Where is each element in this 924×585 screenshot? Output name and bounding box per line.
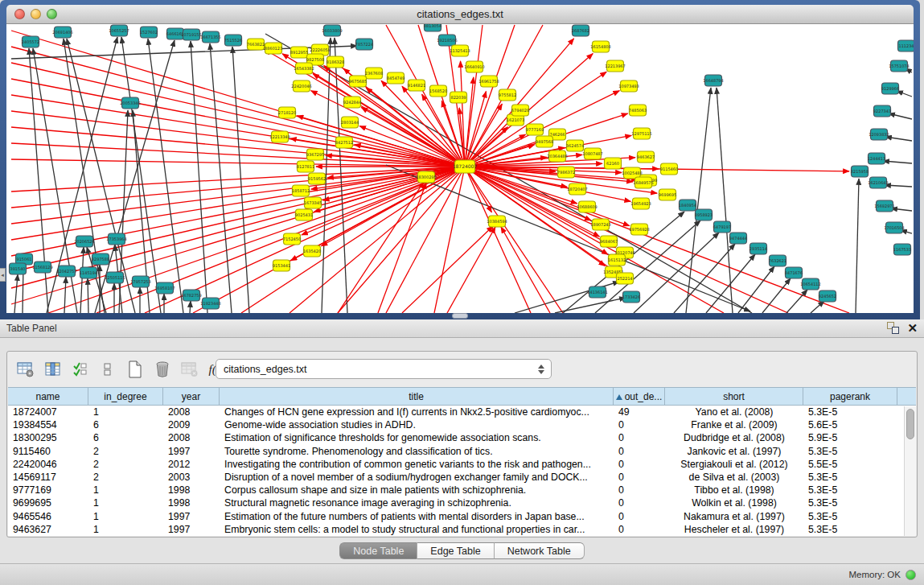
network-node[interactable]: 9755812: [499, 89, 516, 101]
table-row[interactable]: 1938455462009Genome-wide association stu…: [8, 418, 916, 431]
float-panel-icon[interactable]: [887, 322, 899, 334]
network-node[interactable]: 16033809: [322, 25, 342, 36]
network-node[interactable]: 62160: [605, 158, 622, 169]
network-node[interactable]: 10719155: [181, 29, 201, 40]
network-node[interactable]: 9699695: [659, 189, 676, 200]
network-node[interactable]: 12042757: [56, 266, 76, 277]
network-node[interactable]: 9227343: [873, 105, 891, 117]
network-node[interactable]: 8471676: [785, 267, 803, 278]
network-node[interactable]: 8454749: [387, 72, 405, 84]
network-node[interactable]: 7663822: [247, 39, 265, 50]
network-node[interactable]: 2405572: [22, 36, 39, 47]
network-node[interactable]: 20053346: [120, 97, 140, 109]
network-node[interactable]: 8427512: [335, 137, 353, 148]
network-node[interactable]: 9115460: [660, 163, 678, 175]
network-node[interactable]: 8186328: [326, 56, 344, 68]
network-node[interactable]: 16210643: [868, 177, 888, 188]
network-node[interactable]: 2687682: [572, 25, 589, 36]
network-node[interactable]: 12975115: [631, 128, 651, 139]
network-node[interactable]: 9153441: [273, 260, 290, 271]
network-node[interactable]: 7515526: [224, 35, 242, 46]
column-header-title[interactable]: title: [220, 388, 614, 405]
network-node[interactable]: 10384594: [487, 216, 507, 227]
network-node[interactable]: 16154808: [590, 41, 610, 52]
network-node[interactable]: 19756928: [629, 224, 649, 235]
network-node[interactable]: 1568520: [429, 85, 447, 97]
column-header-in-degree[interactable]: in_degree: [88, 388, 163, 405]
network-node[interactable]: 12505115: [105, 272, 125, 283]
network-node[interactable]: 8958923: [695, 209, 713, 220]
table-row[interactable]: 1872400712008Changes of HCN gene express…: [8, 406, 916, 418]
sidebar-collapse-handle[interactable]: ◂: [0, 268, 6, 282]
network-node[interactable]: 11923448: [200, 298, 220, 309]
table-source-select[interactable]: citations_edges.txt: [216, 359, 552, 379]
network-node[interactable]: 8860123: [265, 43, 282, 54]
select-rows-button[interactable]: [68, 357, 92, 381]
network-node[interactable]: 2803144: [341, 117, 359, 128]
tab-network-table[interactable]: Network Table: [495, 542, 585, 559]
network-node[interactable]: 1145194: [80, 267, 97, 278]
network-node[interactable]: 7152450: [283, 233, 301, 245]
network-node[interactable]: 19218506: [437, 35, 457, 46]
network-node[interactable]: 111234: [898, 40, 914, 51]
network-node[interactable]: 20364486: [547, 150, 567, 162]
network-node[interactable]: 2367608: [365, 68, 383, 79]
network-node[interactable]: 9684067: [600, 236, 618, 247]
table-row[interactable]: 977716911998Corpus callosum shape and si…: [8, 484, 916, 496]
network-node[interactable]: 9463627: [637, 151, 655, 163]
network-node[interactable]: 1673345: [304, 197, 322, 208]
network-node[interactable]: 9242844: [343, 97, 361, 108]
network-node[interactable]: 11568129: [32, 262, 52, 273]
network-node[interactable]: 1167533: [893, 244, 911, 255]
network-node[interactable]: 6479197: [713, 221, 731, 233]
table-row[interactable]: 946554611997Estimation of the future num…: [8, 510, 916, 523]
column-header-pagerank[interactable]: pagerank: [803, 388, 897, 405]
network-node[interactable]: 16849575: [633, 177, 653, 188]
network-node[interactable]: 822039: [450, 92, 467, 103]
column-header-short[interactable]: short: [665, 388, 803, 405]
network-node[interactable]: 1858712: [292, 185, 310, 196]
network-node[interactable]: 15692971: [874, 200, 894, 212]
network-node[interactable]: 2935114: [749, 243, 767, 254]
network-node[interactable]: 8215958: [851, 166, 869, 177]
network-node[interactable]: 6794028: [511, 105, 529, 116]
network-node[interactable]: 391540: [10, 263, 27, 274]
show-columns-button[interactable]: [41, 357, 65, 381]
table-scrollbar[interactable]: [904, 406, 916, 536]
network-node[interactable]: 1244413: [868, 153, 885, 164]
table-row[interactable]: 2242004622012Investigating the contribut…: [8, 458, 916, 471]
table-row[interactable]: 946362711997Embryonic stem cells: a mode…: [8, 523, 916, 536]
network-node[interactable]: 9025431: [295, 209, 313, 220]
tab-node-table[interactable]: Node Table: [339, 542, 417, 559]
network-node[interactable]: 8912955: [290, 47, 308, 58]
network-node[interactable]: 1615132: [608, 254, 626, 266]
delete-rows-button[interactable]: [150, 357, 175, 381]
network-node[interactable]: 10973493: [618, 80, 639, 92]
network-node[interactable]: 10654112: [800, 278, 820, 290]
close-panel-icon[interactable]: ✕: [907, 322, 918, 334]
network-node[interactable]: 3624574: [566, 140, 584, 151]
network-node[interactable]: 11325413: [450, 45, 470, 56]
network-node[interactable]: 19654923: [630, 198, 651, 209]
tab-edge-table[interactable]: Edge Table: [417, 542, 494, 559]
network-node[interactable]: 8127811: [297, 161, 314, 172]
network-node[interactable]: 9146821: [408, 80, 425, 91]
network-node[interactable]: 9474444: [729, 233, 747, 244]
network-canvas[interactable]: 2405572206914061065525715276026466162107…: [6, 24, 914, 313]
table-row[interactable]: 1456911722003Disruption of a novel membe…: [8, 471, 916, 484]
destroy-table-button[interactable]: [178, 357, 202, 381]
network-node[interactable]: 18724007: [453, 160, 478, 173]
network-node[interactable]: 10688609: [577, 201, 597, 212]
network-node[interactable]: 9777169: [526, 124, 544, 135]
network-node[interactable]: 17957253: [130, 276, 150, 287]
column-header-name[interactable]: name: [8, 388, 88, 405]
network-node[interactable]: 10655257: [109, 25, 129, 36]
network-node[interactable]: 12213349: [269, 131, 290, 142]
table-row[interactable]: 969969511998Structural magnetic resonanc…: [8, 496, 916, 509]
network-node[interactable]: 16958107: [154, 282, 175, 294]
network-node[interactable]: 12093832: [869, 129, 889, 140]
row-height-button[interactable]: [96, 357, 120, 381]
network-node[interactable]: 16782759: [181, 290, 201, 301]
network-node[interactable]: 8813054: [424, 24, 441, 31]
network-node[interactable]: 20691406: [52, 27, 72, 38]
